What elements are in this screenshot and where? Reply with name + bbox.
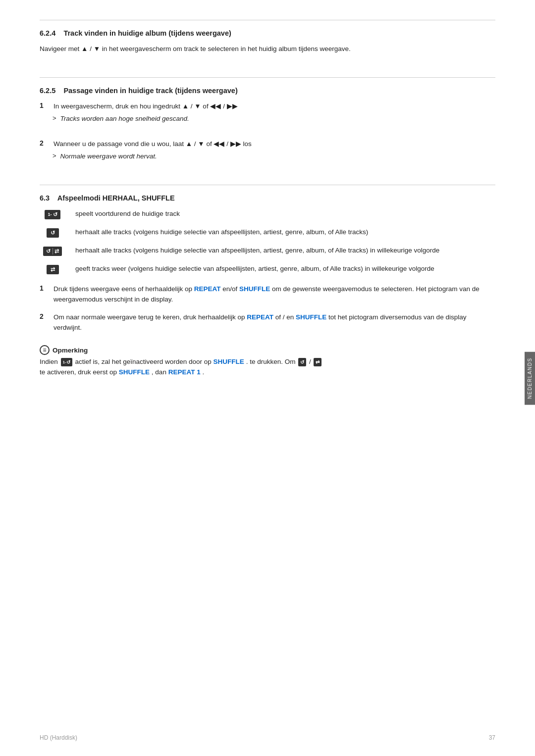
repeat1-icon: 1- ↺ [40,210,65,219]
note-repeat-icon: ↺ [298,358,306,367]
playmode-rows: 1- ↺ speelt voortdurend de huidige track… [40,209,495,274]
section-63-title: 6.3 Afspeelmodi HERHAAL, SHUFFLE [40,194,495,202]
divider-624 [40,20,495,20]
note-header: ≡ Opmerking [40,345,495,355]
step-63-2: 2 Om naar normale weergave terug te kere… [40,312,495,333]
result-arrow-1: > [53,114,56,122]
repeat-icon: ↺ [40,228,65,238]
footer-left: HD (Harddisk) [40,734,77,741]
step-625-1-result: Tracks worden aan hoge snelheid gescand. [60,114,189,124]
section-624: 6.2.4 Track vinden in huidige album (tij… [40,20,495,54]
playmode-desc-1: herhaalt alle tracks (volgens huidige se… [75,227,368,238]
note-block: ≡ Opmerking Indien 1-↺ actief is, zal he… [40,345,495,378]
playmode-row-3: ⇄ geeft tracks weer (volgens huidige sel… [40,264,495,274]
playmode-desc-0: speelt voortdurend de huidige track [75,209,180,219]
section-63: 6.3 Afspeelmodi HERHAAL, SHUFFLE 1- ↺ sp… [40,185,495,334]
step-63-2-text: Om naar normale weergave terug te keren,… [54,312,495,333]
section-625: 6.2.5 Passage vinden in huidige track (t… [40,77,495,162]
page-footer: HD (Harddisk) 37 [0,734,535,741]
playmode-row-0: 1- ↺ speelt voortdurend de huidige track [40,209,495,219]
side-tab: NEDERLANDS [525,352,535,404]
note-shuffle-icon: ⇄ [314,358,321,367]
step-63-1-text: Druk tijdens weergave eens of herhaaldel… [54,284,495,305]
section-624-title: 6.2.4 Track vinden in huidige album (tij… [40,29,495,37]
step-625-1-text: In weergavescherm, druk en hou ingedrukt… [54,101,238,112]
playmode-row-2: ↺ ⇄ herhaalt alle tracks (volgens huidig… [40,246,495,256]
divider-625 [40,77,495,78]
step-63-num-1: 1 [40,284,48,292]
playmode-desc-3: geeft tracks weer (volgens huidige selec… [75,264,434,274]
shuffle-icon: ⇄ [40,265,65,274]
step-num-1: 1 [40,101,48,109]
note-repeat1-icon: 1-↺ [61,358,72,367]
step-625-2-text: Wanneer u de passage vond die u wou, laa… [54,139,252,150]
step-625-2: 2 Wanneer u de passage vond die u wou, l… [40,139,495,162]
step-63-1: 1 Druk tijdens weergave eens of herhaald… [40,284,495,305]
playmode-desc-2: herhaalt alle tracks (volgens huidige se… [75,246,439,256]
note-text: Indien 1-↺ actief is, zal het geïnactive… [40,357,495,378]
step-625-1: 1 In weergavescherm, druk en hou ingedru… [40,101,495,124]
note-icon: ≡ [40,345,50,355]
playmode-row-1: ↺ herhaalt alle tracks (volgens huidige … [40,227,495,238]
step-63-num-2: 2 [40,312,48,320]
page-container: NEDERLANDS 6.2.4 Track vinden in huidige… [0,0,535,407]
repeat-shuffle-icon: ↺ ⇄ [40,247,65,256]
section-624-body: Navigeer met ▲ / ▼ in het weergavescherm… [40,44,495,54]
result-arrow-2: > [53,152,56,159]
section-625-title: 6.2.5 Passage vinden in huidige track (t… [40,87,495,95]
step-num-2: 2 [40,139,48,147]
note-title: Opmerking [53,347,88,354]
step-625-2-result: Normale weergave wordt hervat. [60,151,157,162]
footer-right: 37 [489,734,495,741]
divider-63 [40,185,495,185]
